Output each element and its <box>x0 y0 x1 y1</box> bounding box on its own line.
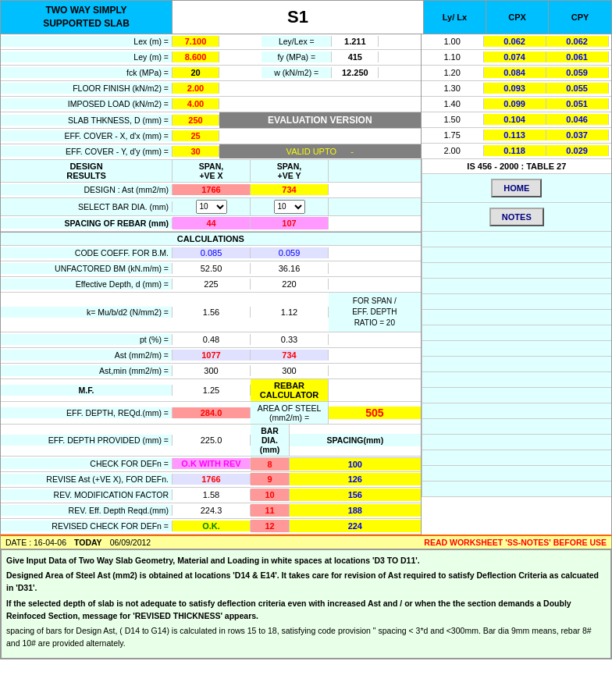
imposed-load-row: IMPOSED LOAD (kN/m2) = 4.00 <box>1 97 421 112</box>
lookup-lylx-3: 1.30 <box>422 83 484 94</box>
slab-id: S1 <box>173 1 424 34</box>
ast-min-y: 300 <box>251 365 329 376</box>
unfactored-bm-row: UNFACTORED BM (kN.m/m) = 52.50 36.16 <box>1 261 421 277</box>
check-defn-val: O.K WITH REV <box>173 458 251 469</box>
rev-mod-label: REV. MODIFICATION FACTOR <box>1 489 173 500</box>
valid-upto: VALID UPTO - <box>219 144 421 158</box>
revised-check-val: O.K. <box>173 521 251 531</box>
lookup-lylx-7: 2.00 <box>422 145 484 156</box>
area-steel-val: 505 <box>329 407 421 419</box>
spacing-row: SPACING OF REBAR (mm) 44 107 <box>1 216 421 232</box>
pt-x: 0.48 <box>173 334 251 345</box>
revised-check-label: REVISED CHECK FOR DEFn = <box>1 521 173 531</box>
for-span-eff-depth: FOR SPAN /EFF. DEPTHRATIO = 20 <box>329 293 421 332</box>
eff-cover-x-value: 25 <box>173 130 219 141</box>
eff-depth-x: 225 <box>173 279 251 290</box>
lookup-lylx-2: 1.20 <box>422 67 484 78</box>
spacer-row-17 <box>422 481 611 497</box>
bar-dia-y-select[interactable]: 10812 <box>274 200 305 214</box>
spacer-row-9 <box>422 357 611 372</box>
lookup-cpx-3: 0.093 <box>484 83 546 94</box>
ast-y: 734 <box>251 350 329 361</box>
pt-y: 0.33 <box>251 334 329 345</box>
lookup-cpy-3: 0.055 <box>546 83 609 94</box>
lookup-table: 1.00 0.062 0.062 1.10 0.074 0.061 1.20 0… <box>422 34 611 159</box>
code-coeff-x: 0.085 <box>173 247 251 258</box>
lookup-lylx-6: 1.75 <box>422 130 484 140</box>
home-btn-row: HOME <box>422 174 611 203</box>
rev-eff-reqd-val: 224.3 <box>173 505 251 516</box>
revise-ast-row: REVISE Ast (+VE X), FOR DEFn. 1766 9 126 <box>1 472 421 488</box>
rebar-dia-4: 12 <box>251 520 290 532</box>
ast-x: 1077 <box>173 350 251 361</box>
lookup-row-2: 1.20 0.084 0.059 <box>422 66 611 81</box>
eff-depth-label: Effective Depth, d (mm) = <box>1 279 173 290</box>
lookup-cpx-6: 0.113 <box>484 130 546 140</box>
k-y: 1.12 <box>251 307 329 318</box>
mf-x: 1.25 <box>173 385 251 396</box>
lookup-row-6: 1.75 0.113 0.037 <box>422 128 611 144</box>
eff-depth-prov-label: EFF. DEPTH PROVIDED (mm) = <box>1 435 173 446</box>
left-section: Lex (m) = 7.100 Ley/Lex = 1.211 Ley (m) … <box>1 34 422 535</box>
note-4: spacing of bars for Design Ast, ( D14 to… <box>6 625 606 650</box>
bar-dia-x-select[interactable]: 10812 <box>196 200 227 214</box>
unfactored-bm-y: 36.16 <box>251 263 329 274</box>
home-button[interactable]: HOME <box>491 179 542 197</box>
lookup-cpx-1: 0.074 <box>484 52 546 62</box>
revise-ast-label: REVISE Ast (+VE X), FOR DEFn. <box>1 474 173 485</box>
content-area: Lex (m) = 7.100 Ley/Lex = 1.211 Ley (m) … <box>1 34 611 535</box>
notes-button[interactable]: NOTES <box>489 208 544 226</box>
design-ast-x: 1766 <box>173 184 251 195</box>
eff-cover-y-value: 30 <box>173 146 219 157</box>
lookup-cpx-0: 0.062 <box>484 36 546 47</box>
k-label: k= Mu/b/d2 (N/mm2) = <box>1 307 173 318</box>
notes-btn-row: NOTES <box>422 203 611 232</box>
span-x-header: SPAN,+VE X <box>173 160 251 182</box>
spacer-row-6 <box>422 310 611 325</box>
lex-value: 7.100 <box>173 36 219 47</box>
slab-thk-value: 250 <box>173 115 219 126</box>
k-x: 1.56 <box>173 307 251 318</box>
design-ast-row: DESIGN : Ast (mm2/m) 1766 734 <box>1 183 421 198</box>
slab-thk-row: SLAB THKNESS, D (mm) = 250 EVALUATION VE… <box>1 112 421 129</box>
slab-thk-label: SLAB THKNESS, D (mm) = <box>1 115 173 126</box>
floor-finish-label: FLOOR FINISH (kN/m2) = <box>1 83 173 94</box>
lookup-cpx-5: 0.104 <box>484 114 546 125</box>
pt-label: pt (%) = <box>1 334 173 345</box>
area-steel-label: AREA OF STEEL(mm2/m) = <box>251 402 329 424</box>
col-header-cpx: CPX <box>486 1 549 34</box>
lookup-lylx-0: 1.00 <box>422 36 484 47</box>
fy-value: 415 <box>332 52 379 62</box>
eff-cover-y-label: EFF. COVER - Y, d'y (mm) = <box>1 146 173 157</box>
rebar-dia-3: 11 <box>251 504 290 517</box>
spacer-row-7 <box>422 325 611 341</box>
col-header-cpy: CPY <box>549 1 611 34</box>
spacer-row-2 <box>422 247 611 263</box>
eff-cover-x-row: EFF. COVER - X, d'x (mm) = 25 <box>1 129 421 144</box>
lookup-cpx-7: 0.118 <box>484 145 546 156</box>
spacer-row-16 <box>422 466 611 481</box>
calc-header: CALCULATIONS <box>1 233 421 246</box>
rebar-dia-2: 10 <box>251 489 290 501</box>
span-y-header: SPAN,+VE Y <box>251 160 329 182</box>
code-coeff-label: CODE COEFF. FOR B.M. <box>1 247 173 258</box>
lookup-row-0: 1.00 0.062 0.062 <box>422 34 611 50</box>
mf-label: M.F. <box>1 385 173 396</box>
rebar-spacing-2: 156 <box>290 489 421 501</box>
lookup-cpy-6: 0.037 <box>546 130 609 140</box>
ast-label: Ast (mm2/m) = <box>1 350 173 361</box>
rebar-spacing-3: 188 <box>290 504 421 517</box>
app-title: TWO WAY SIMPLY SUPPORTED SLAB <box>1 1 173 34</box>
spacing-x: 44 <box>173 217 251 229</box>
rebar-spacing-0: 100 <box>290 458 421 471</box>
lookup-cpy-5: 0.046 <box>546 114 609 125</box>
w-value: 12.250 <box>332 67 379 78</box>
lookup-lylx-1: 1.10 <box>422 52 484 62</box>
spacer-row-12 <box>422 403 611 419</box>
ast-row: Ast (mm2/m) = 1077 734 <box>1 348 421 364</box>
spacing-label: SPACING OF REBAR (mm) <box>1 218 173 229</box>
pt-row: pt (%) = 0.48 0.33 <box>1 332 421 348</box>
bar-dia-row: SELECT BAR DIA. (mm) 10812 10812 <box>1 198 421 216</box>
eff-depth-prov-x: 225.0 <box>173 435 251 446</box>
design-ast-y: 734 <box>251 184 329 195</box>
